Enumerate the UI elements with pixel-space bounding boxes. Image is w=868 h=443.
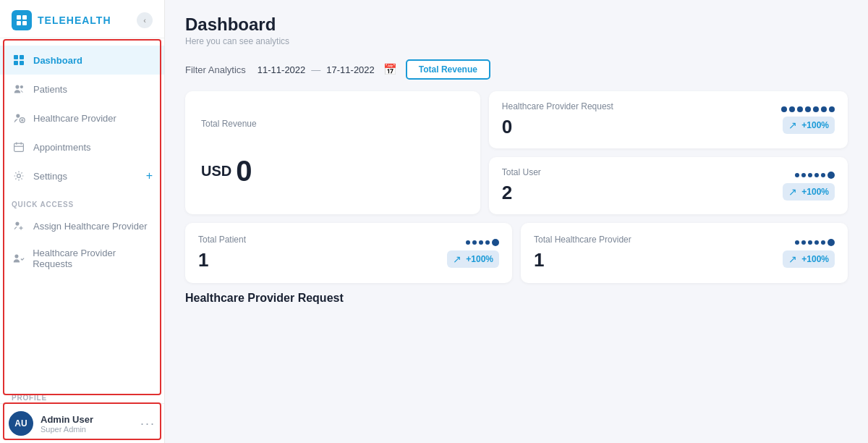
profile-name: Admin User xyxy=(41,414,133,425)
logo-icon xyxy=(12,10,32,30)
dot xyxy=(808,173,812,177)
profile-role: Super Admin xyxy=(41,425,133,434)
revenue-label: Total Revenue xyxy=(201,119,464,129)
grid-icon xyxy=(12,53,26,67)
page-header: Dashboard Here you can see analytics xyxy=(185,14,848,46)
dot xyxy=(813,106,819,112)
dot xyxy=(789,106,795,112)
total-user-right: ↗ +100% xyxy=(783,172,835,201)
total-healthcare-provider-value: 1 xyxy=(534,249,631,271)
sidebar-logo: TELEHEALTH ‹ xyxy=(0,0,164,38)
dot xyxy=(797,106,803,112)
hp-request-trend: +100% xyxy=(801,120,829,130)
total-revenue-filter-button[interactable]: Total Revenue xyxy=(406,59,490,80)
filter-label: Filter Analytics xyxy=(185,64,246,75)
dot xyxy=(479,240,483,245)
total-patient-left: Total Patient 1 xyxy=(198,235,246,271)
right-cards-1: Healthcare Provider Request 0 ↗ xyxy=(489,91,848,214)
total-patient-trend-box: ↗ +100% xyxy=(447,250,499,268)
total-patient-trend: +100% xyxy=(466,254,493,264)
hp-request-left: Healthcare Provider Request 0 xyxy=(502,101,613,138)
sidebar-item-patients[interactable]: Patients xyxy=(0,75,164,104)
bottom-section-title: Healthcare Provider Request xyxy=(185,292,848,305)
sidebar-collapse-button[interactable]: ‹ xyxy=(137,12,153,28)
revenue-prefix: USD xyxy=(201,163,231,180)
stats-row-2: Total Patient 1 ↗ +100% Total xyxy=(185,223,848,283)
sidebar-item-dashboard[interactable]: Dashboard xyxy=(0,46,164,75)
total-patient-value: 1 xyxy=(198,249,246,271)
main-content: Dashboard Here you can see analytics Fil… xyxy=(165,0,868,443)
total-healthcare-provider-trend: +100% xyxy=(801,254,829,264)
total-user-label: Total User xyxy=(502,167,541,177)
app-name: TELEHEALTH xyxy=(38,14,111,26)
revenue-card: Total Revenue USD 0 xyxy=(185,91,480,214)
dot xyxy=(814,173,819,177)
hp-request-value: 0 xyxy=(502,116,613,138)
svg-point-9 xyxy=(20,85,22,88)
assign-provider-icon xyxy=(12,219,26,233)
date-dash: — xyxy=(311,64,320,75)
revenue-value: 0 xyxy=(236,155,252,187)
total-healthcare-provider-left: Total Healthcare Provider 1 xyxy=(534,235,631,271)
sidebar-item-provider-requests[interactable]: Healthcare Provider Requests xyxy=(0,240,164,277)
page-subtitle: Here you can see analytics xyxy=(185,36,848,46)
total-healthcare-provider-dot-chart xyxy=(795,239,835,246)
dot xyxy=(472,240,477,245)
calendar-picker-icon[interactable]: 📅 xyxy=(383,63,397,76)
dot xyxy=(801,173,806,177)
sidebar-item-settings[interactable]: Settings + xyxy=(0,161,164,190)
svg-rect-3 xyxy=(22,21,27,25)
total-patient-right: ↗ +100% xyxy=(447,239,499,268)
svg-rect-7 xyxy=(20,61,24,65)
profile-label: PROFILE xyxy=(0,389,164,403)
svg-point-19 xyxy=(15,222,19,225)
svg-rect-6 xyxy=(14,61,18,65)
svg-rect-14 xyxy=(14,143,24,151)
total-healthcare-provider-trend-box: ↗ +100% xyxy=(783,250,835,268)
dot xyxy=(814,240,819,245)
trend-up-icon: ↗ xyxy=(788,119,797,131)
profile-more-button[interactable]: ··· xyxy=(140,416,156,431)
date-to: 17-11-2022 xyxy=(326,64,375,75)
sidebar-item-provider-requests-label: Healthcare Provider Requests xyxy=(33,248,153,269)
dot xyxy=(795,173,799,177)
avatar: AU xyxy=(9,411,33,436)
svg-rect-1 xyxy=(22,15,27,20)
dot xyxy=(801,240,806,245)
sidebar-item-healthcare-provider[interactable]: Healthcare Provider xyxy=(0,104,164,132)
svg-point-10 xyxy=(16,114,20,117)
sidebar-item-settings-label: Settings xyxy=(33,171,67,182)
dot xyxy=(492,239,499,246)
total-user-trend: +100% xyxy=(801,187,829,197)
total-user-dot-chart xyxy=(795,172,835,179)
dot xyxy=(821,173,825,177)
dot xyxy=(821,106,827,112)
sidebar-item-appointments[interactable]: Appointments xyxy=(0,132,164,161)
calendar-icon xyxy=(12,140,26,154)
hp-request-trend-box: ↗ +100% xyxy=(783,117,835,134)
healthcare-provider-icon xyxy=(12,111,26,125)
trend-up-icon: ↗ xyxy=(453,253,461,265)
total-patient-dot-chart xyxy=(466,239,499,246)
hp-request-dot-chart xyxy=(781,106,835,112)
filter-bar: Filter Analytics 11-11-2022 — 17-11-2022… xyxy=(185,59,848,80)
sidebar-item-dashboard-label: Dashboard xyxy=(33,55,82,66)
svg-point-22 xyxy=(14,254,18,258)
svg-point-8 xyxy=(15,85,19,88)
hp-request-right: ↗ +100% xyxy=(781,106,835,134)
stats-row-1: Total Revenue USD 0 Healthcare Provider … xyxy=(185,91,848,214)
sidebar-item-assign-provider[interactable]: Assign Healthcare Provider xyxy=(0,211,164,240)
sidebar-item-appointments-label: Appointments xyxy=(33,142,91,153)
hp-request-card: Healthcare Provider Request 0 ↗ xyxy=(489,91,848,148)
profile-info: Admin User Super Admin xyxy=(41,414,133,434)
settings-plus-icon[interactable]: + xyxy=(146,169,153,182)
svg-rect-4 xyxy=(14,55,18,59)
dot xyxy=(466,240,470,245)
provider-requests-icon xyxy=(12,251,25,266)
total-patient-label: Total Patient xyxy=(198,235,246,245)
total-user-trend-box: ↗ +100% xyxy=(783,183,835,201)
hp-request-label: Healthcare Provider Request xyxy=(502,101,613,111)
sidebar-item-assign-provider-label: Assign Healthcare Provider xyxy=(33,221,148,232)
sidebar-nav: Dashboard Patients xyxy=(0,38,164,389)
page-title: Dashboard xyxy=(185,14,848,35)
